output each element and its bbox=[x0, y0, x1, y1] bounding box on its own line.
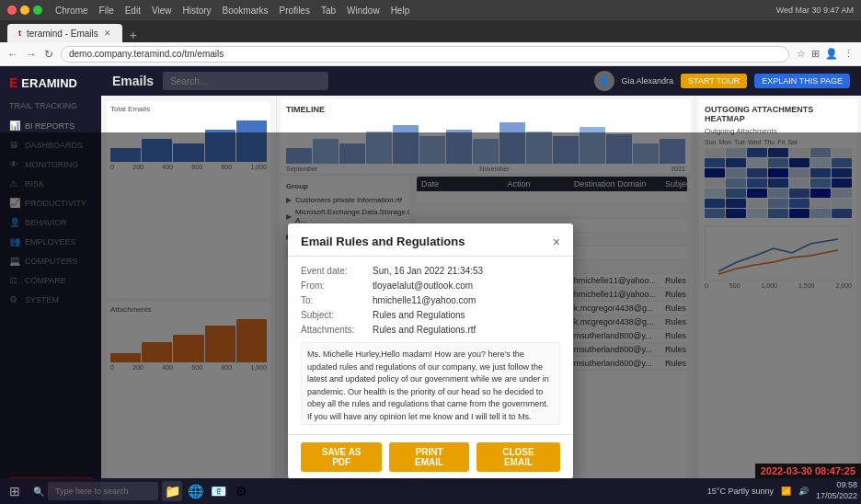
tab-close-btn[interactable]: ✕ bbox=[104, 29, 111, 38]
from-value[interactable]: tloyaelalut@outlook.com bbox=[373, 281, 473, 291]
taskbar-icon-chrome[interactable]: 🌐 bbox=[185, 481, 205, 501]
modal-body: Event date: Sun, 16 Jan 2022 21:34:53 Fr… bbox=[288, 257, 573, 434]
mail-icon: 📧 bbox=[211, 484, 226, 498]
taskbar-right: 15°C Partly sunny 📶 🔊 09:58 17/05/2022 bbox=[707, 480, 857, 501]
header-actions: 👤 Gia Alexandra START TOUR EXPLAIN THIS … bbox=[594, 71, 850, 91]
address-bar: ← → ↻ demo.company.teramind.co/tm/emails… bbox=[0, 42, 861, 66]
browser-chrome: Chrome File Edit View History Bookmarks … bbox=[0, 0, 861, 20]
menu-chrome[interactable]: Chrome bbox=[55, 6, 88, 16]
chrome-icon: 🌐 bbox=[188, 484, 203, 498]
modal-close-btn[interactable]: × bbox=[553, 235, 560, 248]
tab-label: teramind - Emails bbox=[27, 29, 98, 39]
explorer-icon: 📁 bbox=[165, 484, 180, 498]
sidebar-logo: E ERAMIND bbox=[0, 70, 101, 96]
modal-overlay: Email Rules and Regulations × Event date… bbox=[0, 132, 861, 504]
subject-value: Rules and Regulations bbox=[373, 310, 465, 320]
print-email-btn[interactable]: PRINT EMAIL bbox=[389, 442, 469, 472]
close-email-btn[interactable]: CLOSE EMAIL bbox=[476, 442, 560, 472]
taskbar-icon-explorer[interactable]: 📁 bbox=[162, 481, 182, 501]
extension-icon[interactable]: ⊞ bbox=[811, 48, 820, 60]
close-traffic-light[interactable] bbox=[7, 6, 17, 15]
start-btn[interactable]: ⊞ bbox=[4, 482, 26, 500]
menu-edit[interactable]: Edit bbox=[125, 6, 141, 16]
browser-icons: ☆ ⊞ 👤 ⋮ bbox=[797, 48, 854, 60]
save-pdf-btn[interactable]: SAVE AS PDF bbox=[301, 442, 382, 472]
minimize-traffic-light[interactable] bbox=[20, 6, 29, 15]
event-date-label: Event date: bbox=[301, 266, 365, 276]
app-title: Emails bbox=[112, 74, 154, 88]
menu-file[interactable]: File bbox=[99, 6, 114, 16]
menu-view[interactable]: View bbox=[152, 6, 172, 16]
field-to: To: hmichelle11@yahoo.com bbox=[301, 295, 560, 305]
menu-tab[interactable]: Tab bbox=[321, 6, 336, 16]
explain-page-btn[interactable]: EXPLAIN THIS PAGE bbox=[754, 74, 850, 88]
field-attachments: Attachments: Rules and Regulations.rtf bbox=[301, 325, 560, 335]
to-value[interactable]: hmichelle11@yahoo.com bbox=[373, 295, 476, 305]
date-overlay: 2022-03-30 08:47:25 bbox=[755, 464, 861, 478]
browser-menu: Chrome File Edit View History Bookmarks … bbox=[55, 6, 409, 16]
subject-label: Subject: bbox=[301, 310, 365, 320]
menu-help[interactable]: Help bbox=[391, 6, 410, 16]
taskbar-search-input[interactable] bbox=[48, 482, 158, 500]
modal-header: Email Rules and Regulations × bbox=[288, 223, 573, 257]
modal-title: Email Rules and Regulations bbox=[301, 235, 465, 248]
clock-date: 17/05/2022 bbox=[816, 491, 857, 502]
attachments-value: Rules and Regulations.rtf bbox=[373, 325, 476, 335]
sidebar-subtitle: TRAIL TRACKING bbox=[0, 99, 101, 116]
taskbar-clock: 09:58 17/05/2022 bbox=[816, 480, 857, 501]
url-text: demo.company.teramind.co/tm/emails bbox=[69, 49, 224, 59]
app-header: Emails 👤 Gia Alexandra START TOUR EXPLAI… bbox=[101, 66, 861, 96]
logo-text: ERAMIND bbox=[21, 76, 77, 90]
taskbar-icon-settings[interactable]: ⚙ bbox=[231, 481, 251, 501]
url-bar[interactable]: demo.company.teramind.co/tm/emails bbox=[61, 46, 789, 63]
email-modal: Email Rules and Regulations × Event date… bbox=[288, 223, 573, 479]
menu-history[interactable]: History bbox=[182, 6, 211, 16]
clock-time: 09:58 bbox=[816, 480, 857, 491]
search-icon: 🔍 bbox=[33, 487, 44, 497]
sidebar-label-bi: BI REPORTS bbox=[25, 121, 75, 131]
heatmap-title: OUTGOING ATTACHMENTS HEATMAP bbox=[705, 105, 852, 123]
field-from: From: tloyaelalut@outlook.com bbox=[301, 281, 560, 291]
field-event-date: Event date: Sun, 16 Jan 2022 21:34:53 bbox=[301, 266, 560, 276]
timeline-title: TIMELINE bbox=[286, 105, 685, 114]
tab-bar: t teramind - Emails ✕ + bbox=[0, 20, 861, 42]
back-btn[interactable]: ← bbox=[7, 48, 18, 61]
network-icon: 📶 bbox=[781, 487, 791, 496]
browser-datetime: Wed Mar 30 9:47 AM bbox=[776, 6, 854, 15]
top-chart-title: Total Emails bbox=[110, 105, 267, 113]
tab-favicon: t bbox=[18, 29, 21, 38]
bookmark-icon[interactable]: ☆ bbox=[797, 48, 806, 60]
menu-bookmarks[interactable]: Bookmarks bbox=[223, 6, 269, 16]
username: Gia Alexandra bbox=[622, 76, 674, 86]
menu-window[interactable]: Window bbox=[347, 6, 380, 16]
start-tour-btn[interactable]: START TOUR bbox=[681, 74, 747, 88]
bi-reports-icon: 📊 bbox=[9, 120, 20, 131]
from-label: From: bbox=[301, 281, 365, 291]
more-icon[interactable]: ⋮ bbox=[844, 48, 854, 60]
profile-icon[interactable]: 👤 bbox=[825, 48, 838, 60]
modal-footer: SAVE AS PDF PRINT EMAIL CLOSE EMAIL bbox=[288, 434, 573, 479]
header-search-input[interactable] bbox=[163, 72, 328, 90]
browser-tab[interactable]: t teramind - Emails ✕ bbox=[7, 24, 122, 42]
taskbar-search-area[interactable]: 🔍 bbox=[33, 482, 158, 500]
menu-profiles[interactable]: Profiles bbox=[280, 6, 310, 16]
event-date-value: Sun, 16 Jan 2022 21:34:53 bbox=[373, 266, 483, 276]
user-avatar: 👤 bbox=[594, 71, 614, 91]
taskbar-weather: 15°C Partly sunny bbox=[707, 487, 774, 496]
taskbar: ⊞ 🔍 📁 🌐 📧 ⚙ 15°C Partly sunny 📶 🔊 09:58 … bbox=[0, 478, 861, 504]
maximize-traffic-light[interactable] bbox=[33, 6, 42, 15]
to-label: To: bbox=[301, 295, 365, 305]
field-subject: Subject: Rules and Regulations bbox=[301, 310, 560, 320]
email-body-text: Ms. Michelle Hurley,Hello madam! How are… bbox=[301, 342, 560, 425]
new-tab-btn[interactable]: + bbox=[130, 28, 137, 42]
reload-btn[interactable]: ↻ bbox=[44, 48, 53, 61]
logo-e: E bbox=[9, 75, 17, 90]
taskbar-icons: 📁 🌐 📧 ⚙ bbox=[162, 481, 251, 501]
taskbar-icon-mail[interactable]: 📧 bbox=[208, 481, 228, 501]
settings-icon: ⚙ bbox=[235, 484, 247, 498]
attachments-label: Attachments: bbox=[301, 325, 365, 335]
volume-icon: 🔊 bbox=[798, 487, 809, 496]
traffic-lights bbox=[7, 6, 42, 15]
forward-btn[interactable]: → bbox=[26, 48, 37, 61]
